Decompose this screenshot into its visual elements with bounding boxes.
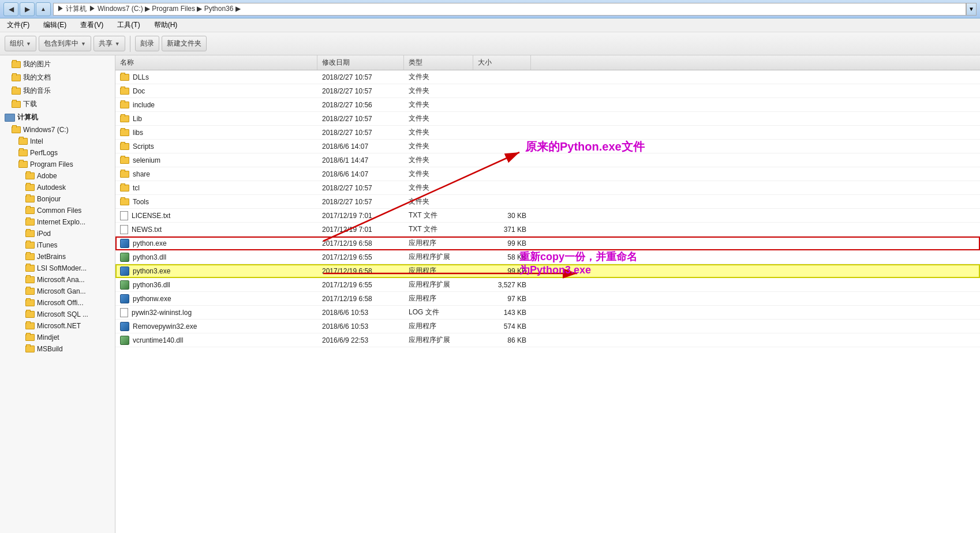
table-row[interactable]: pywin32-wininst.log2018/6/6 10:53LOG 文件1… [115,306,980,320]
folder-icon [25,265,35,272]
sidebar-item-Microsoft-NET[interactable]: Microsoft.NET [0,320,115,332]
file-size-cell: 3,527 KB [473,278,531,291]
sidebar-item-Microsoft-Gan---[interactable]: Microsoft Gan... [0,286,115,297]
address-bar[interactable]: ▶ 计算机 ▶ Windows7 (C:) ▶ Program Files ▶ … [53,3,966,16]
folder-icon [18,161,28,168]
sidebar-item-iTunes[interactable]: iTunes [0,239,115,251]
sidebar-item-label: JetBrains [37,253,66,261]
sidebar-item-Mindjet[interactable]: Mindjet [0,332,115,343]
sidebar-item---[interactable]: 下载 [0,97,115,111]
table-row[interactable]: NEWS.txt2017/12/19 7:01TXT 文件371 KB [115,223,980,237]
table-row[interactable]: Tools2018/2/27 10:57文件夹 [115,195,980,209]
file-type-cell: 文件夹 [404,126,473,139]
table-row[interactable]: Doc2018/2/27 10:57文件夹 [115,84,980,98]
sidebar-item-label: Microsoft Ana... [37,276,85,284]
col-header-size[interactable]: 大小 [473,55,531,70]
folder-icon [18,138,28,145]
file-name-label: libs [133,129,143,137]
sidebar-item-label: Bonjour [37,195,61,203]
folder-icon [120,143,129,150]
file-date-cell: 2016/6/9 22:53 [317,333,404,347]
forward-button[interactable]: ▶ [20,2,35,16]
table-row[interactable]: LICENSE.txt2017/12/19 7:01TXT 文件30 KB [115,209,980,223]
organize-button[interactable]: 组织 ▼ [5,36,36,51]
file-name-cell: LICENSE.txt [115,209,317,222]
file-type-cell: 文件夹 [404,153,473,167]
file-name-cell: libs [115,126,317,139]
menu-help[interactable]: 帮助(H) [152,19,180,31]
table-row[interactable]: Lib2018/2/27 10:57文件夹 [115,112,980,126]
sidebar-item-Microsoft-Offi---[interactable]: Microsoft Offi... [0,297,115,309]
sidebar-item-Common-Files[interactable]: Common Files [0,205,115,216]
sidebar-item-PerfLogs[interactable]: PerfLogs [0,147,115,159]
table-row[interactable]: Removepywin32.exe2018/6/6 10:53应用程序574 K… [115,320,980,333]
sidebar-item-LSI-SoftModer---[interactable]: LSI SoftModer... [0,262,115,274]
sidebar-item-----[interactable]: 我的音乐 [0,84,115,97]
sidebar-item-Intel[interactable]: Intel [0,136,115,147]
toolbar-separator [130,36,130,52]
sidebar-item-MSBuild[interactable]: MSBuild [0,343,115,355]
table-row[interactable]: pythonw.exe2017/12/19 6:58应用程序97 KB [115,292,980,306]
sidebar-item-Autodesk[interactable]: Autodesk [0,182,115,193]
col-header-date[interactable]: 修改日期 [317,55,404,70]
sidebar-item-----[interactable]: 我的图片 [0,58,115,71]
menu-file[interactable]: 文件(F) [5,19,32,31]
sidebar-item-Microsoft-Ana---[interactable]: Microsoft Ana... [0,274,115,286]
table-row[interactable]: share2018/6/6 14:07文件夹 [115,167,980,181]
folder-icon [25,288,35,295]
file-txt-icon [120,308,128,317]
address-dropdown-btn[interactable]: ▼ [966,3,977,16]
organize-label: 组织 [10,39,24,48]
file-type-cell: TXT 文件 [404,209,473,222]
file-dll-icon [120,253,129,262]
sidebar-item-Adobe[interactable]: Adobe [0,170,115,182]
table-row[interactable]: python36.dll2017/12/19 6:55应用程序扩展3,527 K… [115,278,980,292]
table-row[interactable]: libs2018/2/27 10:57文件夹 [115,126,980,140]
file-name-cell: selenium [115,153,317,167]
file-type-cell: 应用程序扩展 [404,333,473,347]
table-row[interactable]: include2018/2/27 10:56文件夹 [115,98,980,112]
folder-icon [120,102,129,108]
sidebar-item-----[interactable]: 我的文档 [0,71,115,84]
table-row[interactable]: vcruntime140.dll2016/6/9 22:53应用程序扩展86 K… [115,333,980,347]
up-button[interactable]: ▲ [36,2,51,16]
table-row[interactable]: DLLs2018/2/27 10:57文件夹 [115,70,980,84]
file-name-label: Removepywin32.exe [133,322,197,331]
file-type-cell: 应用程序 [404,237,473,250]
include-library-button[interactable]: 包含到库中 ▼ [39,36,91,51]
col-header-type[interactable]: 类型 [404,55,473,70]
new-folder-button[interactable]: 新建文件夹 [162,36,207,51]
sidebar-item-Program-Files[interactable]: Program Files [0,159,115,170]
table-row[interactable]: tcl2018/2/27 10:57文件夹 [115,181,980,195]
file-type-cell: 文件夹 [404,84,473,97]
table-row[interactable]: python3.dll2017/12/19 6:55应用程序扩展58 KB [115,250,980,264]
burn-button[interactable]: 刻录 [135,36,159,51]
file-size-cell [473,167,531,181]
menu-edit[interactable]: 编辑(E) [41,19,69,31]
sidebar-item-label: Program Files [30,160,73,168]
file-date-cell: 2018/6/6 14:07 [317,140,404,153]
sidebar-item-Bonjour[interactable]: Bonjour [0,193,115,205]
menu-tools[interactable]: 工具(T) [115,19,142,31]
sidebar-item-Microsoft-SQL----[interactable]: Microsoft SQL ... [0,309,115,320]
table-row[interactable]: Scripts2018/6/6 14:07文件夹 [115,140,980,153]
file-date-cell: 2018/6/6 10:53 [317,306,404,319]
sidebar-item-iPod[interactable]: iPod [0,228,115,239]
sidebar-item-label: 下载 [23,99,37,109]
col-header-name[interactable]: 名称 [115,55,317,70]
table-row[interactable]: python3.exe2017/12/19 6:58应用程序99 KB [115,264,980,278]
sidebar-item-JetBrains[interactable]: JetBrains [0,251,115,262]
table-row[interactable]: python.exe2017/12/19 6:58应用程序99 KB [115,237,980,250]
sidebar-item-Windows7--C--[interactable]: Windows7 (C:) [0,124,115,136]
sidebar-item-Internet-Explo---[interactable]: Internet Explo... [0,216,115,228]
sidebar-item-label: Microsoft SQL ... [37,310,88,318]
sidebar-item----[interactable]: 计算机 [0,111,115,124]
share-button[interactable]: 共享 ▼ [93,36,125,51]
table-row[interactable]: selenium2018/6/1 14:47文件夹 [115,153,980,167]
back-button[interactable]: ◀ [3,2,18,16]
file-name-cell: pywin32-wininst.log [115,306,317,319]
file-date-cell: 2017/12/19 6:55 [317,250,404,264]
menu-view[interactable]: 查看(V) [78,19,106,31]
folder-icon [25,311,35,318]
folder-icon [120,185,129,192]
